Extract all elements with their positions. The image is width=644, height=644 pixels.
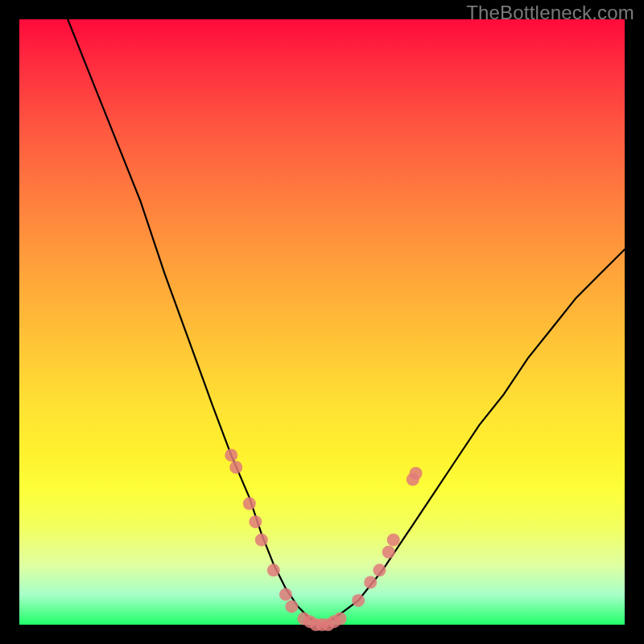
highlight-dot bbox=[229, 461, 242, 474]
chart-frame: TheBottleneck.com bbox=[0, 0, 644, 644]
highlight-dot bbox=[225, 448, 237, 461]
bottleneck-curve bbox=[68, 19, 625, 625]
highlight-dot bbox=[352, 594, 365, 607]
highlight-dot bbox=[387, 534, 400, 547]
highlight-dot bbox=[410, 467, 423, 480]
highlight-dot bbox=[279, 588, 292, 601]
chart-svg bbox=[19, 19, 625, 625]
highlight-dot bbox=[382, 546, 395, 559]
highlight-dot bbox=[243, 497, 256, 510]
highlight-dot bbox=[255, 534, 268, 547]
highlight-dot bbox=[364, 576, 377, 588]
highlight-dot bbox=[267, 564, 280, 576]
highlight-dot bbox=[249, 515, 262, 528]
highlight-dots bbox=[225, 448, 422, 631]
highlight-dot bbox=[373, 564, 386, 576]
highlight-dot bbox=[334, 613, 347, 625]
plot-area bbox=[19, 19, 625, 625]
highlight-dot bbox=[285, 600, 298, 613]
